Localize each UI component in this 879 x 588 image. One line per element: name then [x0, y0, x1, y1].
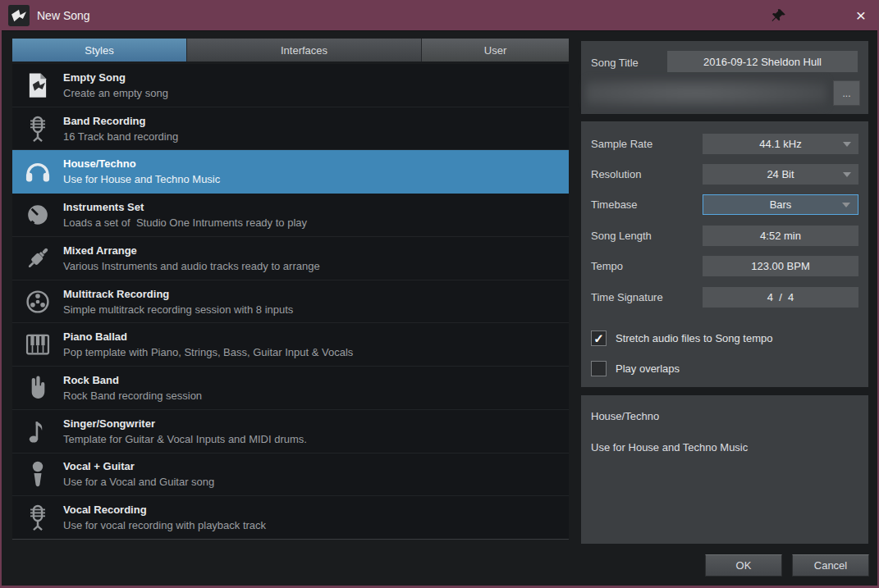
list-item-vocal-guitar[interactable]: Vocal + GuitarUse for a Vocal and Guitar…	[12, 454, 569, 497]
close-icon[interactable]: ×	[849, 3, 873, 28]
studio-one-logo-icon	[8, 5, 30, 26]
item-title: House/Techno	[63, 157, 220, 170]
window-title: New Song	[37, 9, 90, 22]
info-title: House/Techno	[591, 410, 659, 422]
form-row-tempo: Tempo123.00 BPM	[581, 256, 868, 276]
item-description: Loads a set of Studio One Intruments rea…	[63, 217, 307, 229]
list-item-empty-song[interactable]: Empty SongCreate an empty song	[12, 64, 569, 107]
chevron-down-icon	[843, 142, 851, 147]
item-description: Rock Band recording session	[63, 390, 202, 402]
item-description: Create an empty song	[63, 87, 168, 99]
info-description: Use for House and Techno Music	[591, 441, 748, 454]
checkbox-row-stretch-audio-files-to-song-tempo[interactable]: ✓Stretch audio files to Song tempo	[591, 330, 773, 346]
item-title: Empty Song	[63, 71, 168, 84]
time-signature-value-field[interactable]: 4 / 4	[703, 287, 858, 308]
list-item-band-recording[interactable]: Band Recording16 Track band recording	[12, 107, 569, 151]
field-label: Resolution	[591, 168, 641, 180]
studio-mic-icon	[12, 503, 63, 532]
template-info-box: House/Techno Use for House and Techno Mu…	[581, 395, 868, 544]
chevron-down-icon	[843, 172, 851, 177]
reel-icon	[12, 287, 63, 317]
field-label: Sample Rate	[591, 138, 652, 150]
piano-icon	[12, 330, 63, 359]
tab-styles[interactable]: Styles	[12, 39, 187, 62]
mic-icon	[12, 459, 63, 489]
item-description: Pop template with Piano, Strings, Bass, …	[63, 346, 353, 358]
list-item-singer-songwriter[interactable]: Singer/SongwriterTemplate for Guitar & V…	[12, 410, 569, 454]
item-description: Use for vocal recording with playback tr…	[63, 519, 266, 531]
sample-rate-dropdown[interactable]: 44.1 kHz	[703, 134, 858, 154]
field-label: Time Signature	[591, 291, 663, 303]
template-list: Empty SongCreate an empty songBand Recor…	[12, 64, 569, 540]
tab-bar: StylesInterfacesUser	[12, 39, 569, 62]
unchecked-checkbox-icon[interactable]	[591, 361, 607, 376]
new-song-dialog: New Song × StylesInterfacesUser Empty So…	[0, 0, 879, 588]
song-title-input[interactable]: 2016-09-12 Sheldon Hull	[667, 51, 858, 72]
headphones-icon	[12, 157, 63, 186]
item-description: Various Instruments and audio tracks rea…	[63, 260, 320, 272]
tab-user[interactable]: User	[422, 39, 569, 62]
checkbox-label: Play overlaps	[616, 362, 680, 375]
list-item-vocal-recording[interactable]: Vocal RecordingUse for vocal recording w…	[12, 496, 569, 539]
tab-interfaces[interactable]: Interfaces	[187, 39, 422, 62]
item-title: Instruments Set	[63, 201, 307, 213]
list-item-multitrack-recording[interactable]: Multitrack RecordingSimple multitrack re…	[12, 280, 569, 324]
item-title: Vocal + Guitar	[63, 460, 214, 472]
item-title: Mixed Arrange	[63, 244, 320, 257]
document-icon	[12, 71, 63, 100]
browse-button[interactable]: ...	[833, 80, 860, 106]
form-row-time-signature: Time Signature4 / 4	[581, 287, 868, 308]
song-settings-section: Sample Rate44.1 kHzResolution24 BitTimeb…	[581, 121, 868, 387]
form-row-song-length: Song Length4:52 min	[581, 226, 868, 246]
song-title-section: Song Title 2016-09-12 Sheldon Hull ...	[581, 41, 868, 114]
list-item-mixed-arrange[interactable]: Mixed ArrangeVarious Instruments and aud…	[12, 237, 569, 280]
item-title: Vocal Recording	[63, 504, 266, 516]
song-length-value-field[interactable]: 4:52 min	[703, 226, 858, 246]
form-row-resolution: Resolution24 Bit	[581, 164, 868, 185]
item-description: Template for Guitar & Vocal Inputs and M…	[63, 433, 307, 445]
field-label: Tempo	[591, 260, 623, 272]
pin-icon[interactable]	[770, 7, 788, 25]
item-title: Band Recording	[63, 115, 178, 127]
item-title: Singer/Songwriter	[63, 417, 307, 430]
list-item-instruments-set[interactable]: Instruments SetLoads a set of Studio One…	[12, 194, 569, 237]
list-item-house-techno[interactable]: House/TechnoUse for House and Techno Mus…	[12, 150, 569, 194]
item-description: Use for a Vocal and Guitar song	[63, 476, 214, 488]
titlebar: New Song ×	[0, 0, 879, 31]
item-title: Rock Band	[63, 374, 202, 386]
field-label: Timebase	[591, 198, 638, 211]
list-item-rock-band[interactable]: Rock BandRock Band recording session	[12, 367, 569, 410]
cancel-button[interactable]: Cancel	[792, 554, 869, 577]
checkbox-row-play-overlaps[interactable]: Play overlaps	[591, 361, 680, 376]
item-description: Use for House and Techno Music	[63, 173, 220, 185]
item-description: Simple multitrack recording session with…	[63, 303, 293, 316]
field-label: Song Length	[591, 230, 652, 242]
jack-plug-icon	[12, 244, 63, 273]
resolution-dropdown[interactable]: 24 Bit	[703, 164, 858, 185]
studio-mic-icon	[12, 114, 63, 144]
song-path-field-redacted[interactable]	[586, 80, 826, 107]
list-item-piano-ballad[interactable]: Piano BalladPop template with Piano, Str…	[12, 323, 569, 367]
knob-icon	[12, 200, 63, 230]
chevron-down-icon	[842, 203, 850, 207]
item-title: Piano Ballad	[63, 330, 353, 343]
ok-button[interactable]: OK	[705, 554, 782, 577]
song-title-label: Song Title	[591, 57, 639, 69]
rock-hand-icon	[12, 373, 63, 403]
form-row-sample-rate: Sample Rate44.1 kHz	[581, 134, 868, 154]
form-row-timebase: TimebaseBars	[581, 194, 868, 215]
checked-checkbox-icon[interactable]: ✓	[591, 330, 607, 346]
checkbox-label: Stretch audio files to Song tempo	[616, 332, 773, 344]
timebase-dropdown[interactable]: Bars	[703, 194, 858, 215]
tempo-value-field[interactable]: 123.00 BPM	[703, 256, 858, 276]
music-note-icon	[12, 417, 63, 446]
item-title: Multitrack Recording	[63, 288, 293, 300]
item-description: 16 Track band recording	[63, 130, 178, 143]
